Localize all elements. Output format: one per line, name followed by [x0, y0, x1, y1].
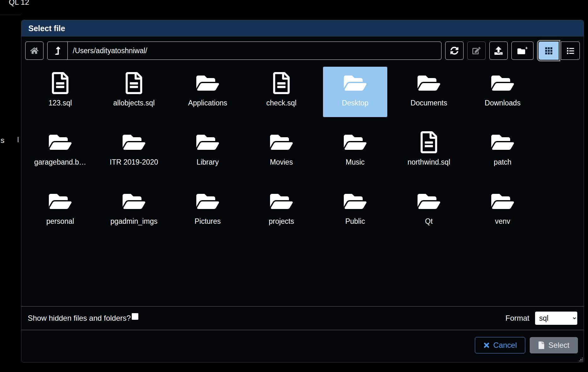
list-view-icon	[566, 47, 575, 55]
file-item[interactable]: Movies	[249, 126, 314, 176]
list-view-button[interactable]	[561, 42, 580, 60]
file-item-label: Desktop	[342, 99, 368, 107]
clipped-background-fragment: I	[17, 135, 19, 144]
file-item[interactable]: northwind.sql	[397, 126, 461, 176]
file-item[interactable]: venv	[470, 185, 535, 235]
refresh-button[interactable]	[445, 42, 464, 60]
create-folder-button[interactable]	[511, 42, 533, 60]
format-group: Format sql	[505, 312, 577, 325]
file-item[interactable]: Qt	[397, 185, 461, 235]
file-icon	[273, 72, 290, 94]
file-item-label: Movies	[270, 158, 293, 166]
file-item[interactable]: Documents	[397, 67, 461, 117]
clipped-background-text: QL 12	[9, 0, 29, 7]
file-item[interactable]: garageband.b…	[28, 126, 92, 176]
file-item[interactable]: pgadmin_imgs	[102, 185, 166, 235]
file-item-label: pgadmin_imgs	[110, 217, 158, 226]
file-item-label: personal	[46, 217, 74, 226]
dialog-header: Select file	[21, 20, 584, 37]
folder-icon	[490, 73, 515, 93]
file-item-label: Applications	[188, 99, 227, 107]
upload-icon	[494, 47, 503, 55]
folder-icon	[195, 191, 220, 211]
file-icon	[52, 72, 69, 94]
folder-icon	[195, 132, 220, 152]
file-item[interactable]: Library	[176, 126, 240, 176]
file-item-label: Downloads	[485, 99, 521, 107]
file-item-label: 123.sql	[49, 99, 72, 107]
file-item-label: check.sql	[266, 99, 297, 107]
file-item[interactable]: Pictures	[176, 185, 240, 235]
edit-icon	[472, 47, 481, 55]
dialog-footer: Cancel Select	[21, 330, 584, 362]
file-item[interactable]: Desktop	[323, 67, 387, 117]
file-item[interactable]: Public	[323, 185, 387, 235]
file-item-label: garageband.b…	[34, 158, 86, 166]
show-hidden-group: Show hidden files and folders?	[28, 314, 138, 323]
folder-icon	[48, 132, 73, 152]
close-icon	[483, 341, 490, 349]
show-hidden-label: Show hidden files and folders?	[28, 314, 131, 323]
folder-icon	[343, 191, 368, 211]
grid-view-icon	[545, 47, 553, 55]
show-hidden-checkbox[interactable]	[132, 313, 138, 320]
grid-view-button[interactable]	[539, 42, 559, 60]
background-divider	[0, 15, 21, 15]
path-input[interactable]	[68, 42, 441, 59]
format-select[interactable]: sql	[535, 312, 577, 325]
file-item[interactable]: projects	[249, 185, 314, 235]
rename-button[interactable]	[467, 42, 486, 60]
path-group	[47, 42, 441, 60]
file-item-label: Qt	[425, 217, 433, 226]
file-item[interactable]: Music	[323, 126, 387, 176]
file-item[interactable]: 123.sql	[28, 67, 92, 117]
select-file-dialog: Select file	[21, 20, 584, 363]
view-toggle	[539, 42, 580, 60]
folder-icon	[490, 191, 515, 211]
folder-icon	[416, 73, 441, 93]
select-button[interactable]: Select	[530, 337, 578, 353]
refresh-icon	[450, 47, 458, 55]
file-item[interactable]: ITR 2019-2020	[102, 126, 166, 176]
file-item[interactable]: personal	[28, 185, 92, 235]
file-icon	[125, 72, 142, 94]
folder-icon	[121, 191, 147, 211]
dialog-title: Select file	[28, 24, 65, 33]
options-row: Show hidden files and folders? Format sq…	[21, 306, 584, 330]
file-item-label: Music	[346, 158, 365, 166]
cancel-button[interactable]: Cancel	[475, 337, 526, 353]
file-icon	[538, 341, 545, 349]
folder-icon	[490, 132, 515, 152]
file-icon	[420, 131, 437, 153]
file-item-label: Documents	[411, 99, 447, 107]
file-item-label: allobjects.sql	[113, 99, 155, 107]
file-item[interactable]: Downloads	[470, 67, 535, 117]
file-item-label: patch	[494, 158, 511, 166]
file-item[interactable]: allobjects.sql	[102, 67, 166, 117]
file-item-label: venv	[495, 217, 510, 226]
file-item[interactable]: Applications	[176, 67, 240, 117]
folder-icon	[343, 73, 368, 93]
parent-directory-button[interactable]	[48, 42, 68, 59]
file-grid: 123.sql allobjects.sql Applications chec…	[21, 64, 584, 306]
file-item-label: ITR 2019-2020	[110, 158, 158, 166]
folder-icon	[48, 191, 73, 211]
file-item-label: Library	[197, 158, 219, 166]
home-button[interactable]	[25, 42, 43, 60]
file-item-label: Pictures	[194, 217, 221, 226]
file-item-label: Public	[345, 217, 365, 226]
clipped-background-fragment: s	[1, 136, 4, 145]
file-item-label: projects	[269, 217, 294, 226]
format-label: Format	[505, 314, 529, 323]
folder-plus-icon	[517, 47, 527, 55]
folder-icon	[269, 191, 294, 211]
folder-icon	[416, 191, 441, 211]
upload-button[interactable]	[489, 42, 508, 60]
file-toolbar	[21, 37, 584, 64]
home-icon	[30, 47, 38, 55]
file-item[interactable]: patch	[470, 126, 535, 176]
folder-icon	[269, 132, 294, 152]
file-item-label: northwind.sql	[407, 158, 450, 166]
file-item[interactable]: check.sql	[249, 67, 314, 117]
folder-icon	[121, 132, 147, 152]
